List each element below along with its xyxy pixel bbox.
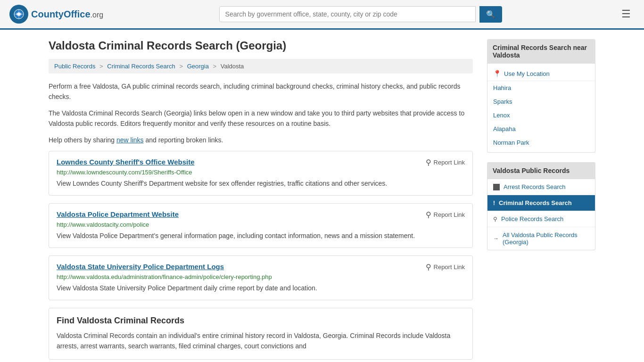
listing-card-2: Valdosta Police Department Website ⚲ Rep… [49,203,473,248]
description-para1: Perform a free Valdosta, GA public crimi… [49,81,473,102]
breadcrumb-public-records[interactable]: Public Records [54,63,95,70]
location-link-lenox[interactable]: Lenox [493,112,510,119]
sidebar-records-body: Arrest Records Search ! Criminal Records… [487,179,595,250]
police-records-link[interactable]: Police Records Search [501,215,563,222]
listing-title-1[interactable]: Lowndes County Sheriff's Office Website [57,158,195,166]
sidebar-location-header: Criminal Records Search near Valdosta [487,39,595,64]
location-link-sparks[interactable]: Sparks [493,98,512,105]
listing-desc-1: View Lowndes County Sheriff's Department… [57,179,465,189]
sidebar: Criminal Records Search near Valdosta 📍 … [487,39,595,360]
location-link-hahira[interactable]: Hahira [493,84,511,91]
find-section-desc: Valdosta Criminal Records contain an ind… [57,330,465,352]
search-area: 🔍 [219,6,502,23]
listing-card-1: Lowndes County Sheriff's Office Website … [49,151,473,196]
page-title: Valdosta Criminal Records Search (Georgi… [49,39,473,52]
arrest-records-link[interactable]: Arrest Records Search [504,183,566,190]
listing-desc-3: View Valdosta State University Police De… [57,283,465,293]
listing-header-3: Valdosta State University Police Departm… [57,263,465,272]
report-link-btn-1[interactable]: ⚲ Report Link [426,158,465,167]
location-pin-icon: 📍 [493,70,501,77]
listing-title-2[interactable]: Valdosta Police Department Website [57,210,179,218]
use-my-location-link[interactable]: Use My Location [504,70,550,77]
sidebar-location-alapaha[interactable]: Alapaha [487,122,595,136]
main-container: Valdosta Criminal Records Search (Georgi… [39,30,605,362]
logo-icon [9,5,28,24]
all-records-icon: → [493,235,499,242]
sidebar-record-arrest[interactable]: Arrest Records Search [487,179,595,195]
search-input[interactable] [219,6,476,22]
listing-header-2: Valdosta Police Department Website ⚲ Rep… [57,210,465,219]
header: CountyOffice.org 🔍 ☰ [0,0,644,30]
menu-button[interactable]: ☰ [618,6,635,22]
location-link-norman-park[interactable]: Norman Park [493,139,529,146]
description-para3: Help others by sharing new links and rep… [49,135,473,145]
search-icon: 🔍 [486,10,495,18]
listing-url-3[interactable]: http://www.valdosta.edu/administration/f… [57,273,465,280]
sidebar-record-criminal[interactable]: ! Criminal Records Search [487,195,595,211]
find-section: Find Valdosta Criminal Records Valdosta … [49,308,473,360]
listing-title-3[interactable]: Valdosta State University Police Departm… [57,263,224,271]
sidebar-location-section: Criminal Records Search near Valdosta 📍 … [487,39,595,153]
report-link-btn-2[interactable]: ⚲ Report Link [426,210,465,219]
sidebar-location-norman-park[interactable]: Norman Park [487,136,595,149]
find-section-title: Find Valdosta Criminal Records [57,316,465,326]
breadcrumb-georgia[interactable]: Georgia [187,63,209,70]
use-my-location[interactable]: 📍 Use My Location [487,66,595,81]
listing-url-1[interactable]: http://www.lowndescounty.com/159/Sheriff… [57,169,465,176]
listing-url-2[interactable]: http://www.valdostacity.com/police [57,221,465,228]
sidebar-location-body: 📍 Use My Location Hahira Sparks Lenox Al… [487,64,595,153]
listing-desc-2: View Valdosta Police Department's genera… [57,231,465,241]
sidebar-records-section: Valdosta Public Records Arrest Records S… [487,162,595,250]
description-para2: The Valdosta Criminal Records Search (Ge… [49,108,473,129]
report-icon-1: ⚲ [426,158,431,167]
report-icon-3: ⚲ [426,263,431,272]
sidebar-record-all[interactable]: → All Valdosta Public Records (Georgia) [487,227,595,250]
location-link-alapaha[interactable]: Alapaha [493,125,516,132]
listing-card-3: Valdosta State University Police Departm… [49,255,473,300]
content-area: Valdosta Criminal Records Search (Georgi… [49,39,473,360]
criminal-records-link[interactable]: Criminal Records Search [499,199,572,206]
sidebar-record-police[interactable]: ⚲ Police Records Search [487,211,595,227]
report-icon-2: ⚲ [426,210,431,219]
criminal-icon: ! [493,200,495,206]
breadcrumb-criminal-records[interactable]: Criminal Records Search [107,63,175,70]
police-icon: ⚲ [493,216,497,222]
breadcrumb-valdosta: Valdosta [221,63,244,70]
report-link-btn-3[interactable]: ⚲ Report Link [426,263,465,272]
new-links-link[interactable]: new links [116,136,144,144]
breadcrumb: Public Records > Criminal Records Search… [49,59,473,74]
sidebar-location-lenox[interactable]: Lenox [487,108,595,122]
arrest-icon [493,184,500,190]
logo-area[interactable]: CountyOffice.org [9,5,103,24]
logo-text: CountyOffice.org [31,9,103,20]
listing-header-1: Lowndes County Sheriff's Office Website … [57,158,465,167]
sidebar-location-sparks[interactable]: Sparks [487,95,595,108]
hamburger-icon: ☰ [621,8,631,20]
sidebar-location-hahira[interactable]: Hahira [487,81,595,95]
all-records-link[interactable]: All Valdosta Public Records (Georgia) [503,231,589,246]
search-button[interactable]: 🔍 [479,6,502,23]
sidebar-records-header: Valdosta Public Records [487,162,595,179]
